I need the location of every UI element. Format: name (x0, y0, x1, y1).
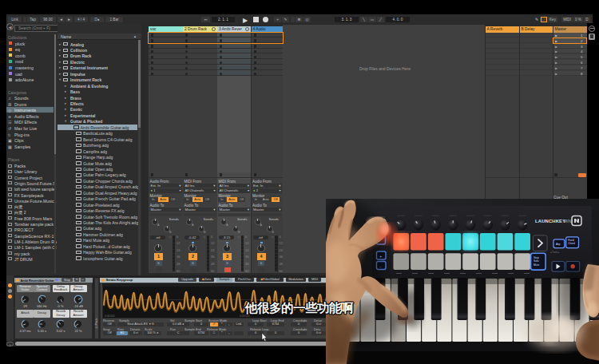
svg-text:Mute: Mute (534, 263, 539, 267)
svg-text:LAUNCHKEY: LAUNCHKEY (535, 219, 565, 224)
svg-text:Stop: Stop (534, 256, 539, 259)
svg-text:Solo: Solo (534, 259, 539, 263)
svg-text:Chord: Chord (568, 242, 575, 245)
svg-text:MINI: MINI (564, 219, 573, 224)
svg-text:◂ Track ▸: ◂ Track ▸ (550, 251, 560, 254)
svg-text:Arp: Arp (556, 243, 561, 246)
